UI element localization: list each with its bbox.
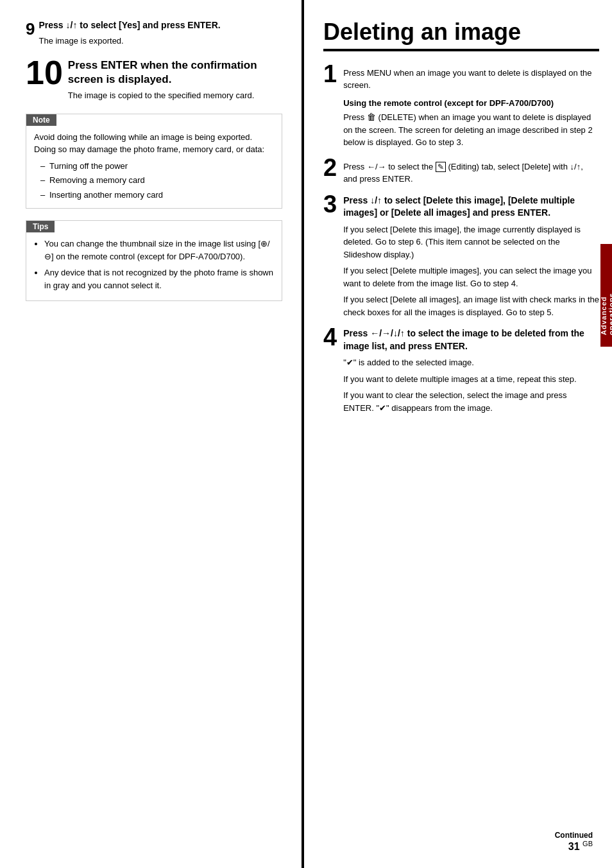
tips-item-2: Any device that is not recognized by the…: [44, 266, 274, 291]
step-4-content: Press ←/→/↓/↑ to select the image to be …: [343, 327, 599, 414]
step-3-para1: If you select [Delete this image], the i…: [343, 223, 599, 261]
note-list: Turning off the power Removing a memory …: [40, 160, 274, 202]
step-4: 4 Press ←/→/↓/↑ to select the image to b…: [323, 327, 599, 414]
page-container: 9 Press ↓/↑ to select [Yes] and press EN…: [0, 0, 612, 868]
note-item-3: Inserting another memory card: [40, 189, 274, 202]
step-2: 2 Press ←/→ to select the ✎ (Editing) ta…: [323, 158, 599, 186]
step-2-number: 2: [323, 155, 337, 180]
step-10-title: Press ENTER when the confirmation screen…: [68, 58, 282, 87]
note-item-1: Turning off the power: [40, 160, 274, 173]
page-suffix: GB: [582, 840, 593, 847]
step-3-content: Press ↓/↑ to select [Delete this image],…: [343, 195, 599, 319]
step-9: 9 Press ↓/↑ to select [Yes] and press EN…: [26, 19, 282, 47]
step-9-content: Press ↓/↑ to select [Yes] and press ENTE…: [38, 19, 282, 47]
side-tab-advanced-operations: Advanced operations: [600, 244, 612, 347]
step-1-content: Press MENU when an image you want to del…: [343, 64, 599, 149]
tips-list: You can change the thumbnail size in the…: [44, 238, 274, 291]
tips-box: Tips You can change the thumbnail size i…: [26, 220, 282, 301]
step-3-number: 3: [323, 192, 337, 216]
step-1-subtext: Press 🗑 (DELETE) when an image you want …: [343, 110, 599, 149]
step-1-number: 1: [323, 62, 337, 86]
step-2-body: Press ←/→ to select the ✎ (Editing) tab,…: [343, 161, 599, 186]
step-9-number: 9: [26, 21, 35, 37]
tips-content: You can change the thumbnail size in the…: [26, 232, 282, 300]
step-3-para2: If you select [Delete multiple images], …: [343, 265, 599, 290]
step-3: 3 Press ↓/↑ to select [Delete this image…: [323, 195, 599, 319]
continued-section: Continued 31 GB: [555, 831, 593, 853]
tips-item-1: You can change the thumbnail size in the…: [44, 238, 274, 263]
step-3-title: Press ↓/↑ to select [Delete this image],…: [343, 195, 599, 220]
page-number: 31 GB: [555, 840, 593, 853]
step-4-number: 4: [323, 325, 337, 349]
step-4-para2: If you want to delete multiple images at…: [343, 373, 599, 386]
step-10-body: The image is copied to the specified mem…: [68, 89, 282, 102]
step-9-body: The image is exported.: [38, 35, 282, 48]
note-item-2: Removing a memory card: [40, 174, 274, 187]
right-column: Deleting an image 1 Press MENU when an i…: [302, 0, 612, 868]
step-4-para1: "✔" is added to the selected image.: [343, 356, 599, 369]
step-1-subheading: Using the remote control (except for DPF…: [343, 98, 599, 108]
step-10: 10 Press ENTER when the confirmation scr…: [26, 58, 282, 102]
note-body: Avoid doing the following while an image…: [34, 132, 264, 155]
step-10-content: Press ENTER when the confirmation screen…: [68, 58, 282, 102]
step-1-body: Press MENU when an image you want to del…: [343, 67, 599, 92]
step-10-number: 10: [26, 56, 63, 89]
step-9-title: Press ↓/↑ to select [Yes] and press ENTE…: [38, 19, 282, 32]
step-4-title: Press ←/→/↓/↑ to select the image to be …: [343, 327, 599, 352]
step-4-para3: If you want to clear the selection, sele…: [343, 389, 599, 414]
tips-header: Tips: [26, 221, 55, 232]
section-title: Deleting an image: [323, 19, 599, 51]
note-header: Note: [26, 114, 56, 126]
step-3-para3: If you select [Delete all images], an im…: [343, 293, 599, 318]
note-content: Avoid doing the following while an image…: [26, 126, 282, 209]
note-box: Note Avoid doing the following while an …: [26, 114, 282, 209]
step-2-content: Press ←/→ to select the ✎ (Editing) tab,…: [343, 158, 599, 186]
step-1: 1 Press MENU when an image you want to d…: [323, 64, 599, 149]
left-column: 9 Press ↓/↑ to select [Yes] and press EN…: [0, 0, 302, 868]
continued-label: Continued: [555, 831, 593, 840]
